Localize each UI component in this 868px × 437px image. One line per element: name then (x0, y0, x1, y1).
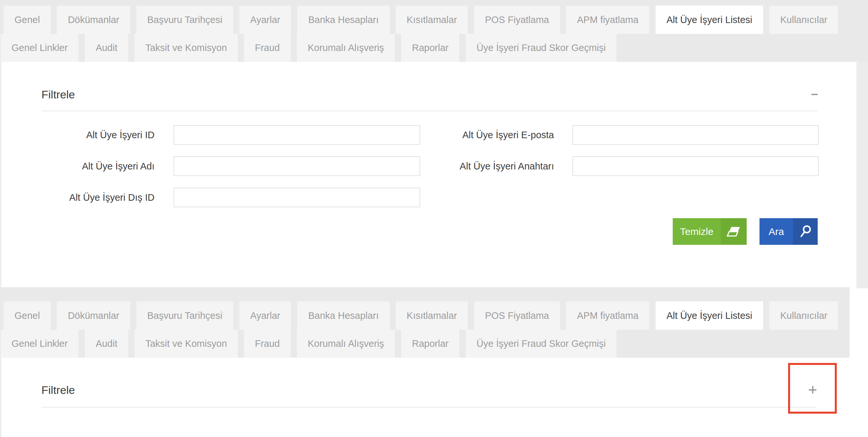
field-label: Alt Üye İşyeri Adı (41, 161, 155, 172)
tab-korumal-al-veri[interactable]: Korumalı Alışveriş (297, 330, 395, 358)
tab-genel[interactable]: Genel (4, 301, 51, 330)
divider (41, 110, 818, 112)
filter-fields-right: Alt Üye İşyeri E-postaAlt Üye İşyeri Ana… (441, 125, 819, 187)
tab-korumal-al-veri[interactable]: Korumalı Alışveriş (297, 34, 395, 62)
clear-button-label: Temizle (673, 218, 721, 245)
tab-ayarlar[interactable]: Ayarlar (239, 301, 291, 330)
tab-d-k-manlar[interactable]: Dökümanlar (57, 301, 130, 330)
tab-kullan-c-lar[interactable]: Kullanıcılar (769, 6, 838, 34)
tab-genel-linkler[interactable]: Genel Linkler (1, 330, 79, 358)
minus-icon (811, 94, 818, 95)
form-row: Alt Üye İşyeri ID (41, 125, 420, 145)
tab-k-s-tlamalar[interactable]: Kısıtlamalar (396, 6, 468, 34)
tab-genel-linkler[interactable]: Genel Linkler (1, 34, 79, 62)
tab-row-2: Genel LinklerAuditTaksit ve KomisyonFrau… (0, 34, 868, 62)
tab-banka-hesaplar[interactable]: Banka Hesapları (297, 301, 389, 330)
tab-genel[interactable]: Genel (4, 6, 51, 34)
sub-merchant-id-input[interactable] (174, 125, 420, 145)
clear-button[interactable]: Temizle (673, 218, 747, 245)
field-label: Alt Üye İşyeri ID (41, 130, 155, 141)
tab-k-s-tlamalar[interactable]: Kısıtlamalar (396, 301, 468, 330)
annotation-highlight-box (788, 363, 837, 414)
tab-alt-ye-i-yeri-listesi[interactable]: Alt Üye İşyeri Listesi (656, 6, 763, 34)
tab-ye-i-yeri-fraud-skor-ge-mi-i[interactable]: Üye İşyeri Fraud Skor Geçmişi (466, 34, 617, 62)
right-gutter (857, 62, 868, 288)
tab-raporlar[interactable]: Raporlar (401, 34, 459, 62)
tab-pos-fiyatlama[interactable]: POS Fiyatlama (474, 301, 560, 330)
sub-merchant-name-input[interactable] (174, 156, 420, 176)
divider (41, 407, 816, 408)
form-row: Alt Üye İşyeri Dış ID (41, 187, 420, 207)
sub-merchant-external-id-input[interactable] (174, 187, 420, 207)
sub-merchant-key-input[interactable] (572, 156, 819, 176)
tab-ye-i-yeri-fraud-skor-ge-mi-i[interactable]: Üye İşyeri Fraud Skor Geçmişi (466, 330, 617, 358)
tab-banka-hesaplar[interactable]: Banka Hesapları (297, 6, 389, 34)
collapse-button[interactable] (807, 87, 822, 102)
search-button-label: Ara (760, 218, 793, 245)
left-edge-line (0, 0, 1, 437)
field-label: Alt Üye İşyeri Anahtarı (441, 161, 554, 172)
tab-d-k-manlar[interactable]: Dökümanlar (57, 6, 130, 34)
tab-audit[interactable]: Audit (85, 34, 128, 62)
tab-row-2: Genel LinklerAuditTaksit ve KomisyonFrau… (0, 330, 849, 358)
tab-taksit-ve-komisyon[interactable]: Taksit ve Komisyon (134, 330, 238, 358)
tab-taksit-ve-komisyon[interactable]: Taksit ve Komisyon (134, 34, 238, 62)
tab-ayarlar[interactable]: Ayarlar (239, 6, 291, 34)
panel-title: Filtrele (41, 88, 75, 101)
field-label: Alt Üye İşyeri Dış ID (41, 192, 155, 203)
tab-apm-fiyatlama[interactable]: APM fiyatlama (566, 6, 649, 34)
field-label: Alt Üye İşyeri E-posta (441, 130, 554, 141)
form-row: Alt Üye İşyeri E-posta (441, 125, 819, 145)
search-button[interactable]: Ara (760, 218, 818, 245)
tab-fraud[interactable]: Fraud (244, 34, 291, 62)
tab-block-bottom: GenelDökümanlarBaşvuru TarihçesiAyarlarB… (0, 287, 849, 358)
tab-row-1: GenelDökümanlarBaşvuru TarihçesiAyarlarB… (0, 6, 868, 34)
tab-apm-fiyatlama[interactable]: APM fiyatlama (566, 301, 649, 330)
tab-ba-vuru-tarih-esi[interactable]: Başvuru Tarihçesi (136, 6, 233, 34)
tab-block-top: GenelDökümanlarBaşvuru TarihçesiAyarlarB… (0, 0, 868, 62)
page: GenelDökümanlarBaşvuru TarihçesiAyarlarB… (0, 0, 868, 437)
sub-merchant-email-input[interactable] (572, 125, 819, 145)
eraser-icon (721, 218, 747, 245)
tab-kullan-c-lar[interactable]: Kullanıcılar (769, 301, 838, 330)
tab-audit[interactable]: Audit (85, 330, 128, 358)
tab-raporlar[interactable]: Raporlar (401, 330, 459, 358)
form-row: Alt Üye İşyeri Adı (41, 156, 420, 176)
magnifier-icon (793, 218, 818, 245)
tab-row-1: GenelDökümanlarBaşvuru TarihçesiAyarlarB… (0, 301, 849, 330)
filter-fields-left: Alt Üye İşyeri IDAlt Üye İşyeri AdıAlt Ü… (41, 125, 420, 219)
form-row: Alt Üye İşyeri Anahtarı (441, 156, 819, 176)
tab-alt-ye-i-yeri-listesi[interactable]: Alt Üye İşyeri Listesi (656, 301, 763, 330)
panel-title: Filtrele (41, 384, 75, 397)
tab-pos-fiyatlama[interactable]: POS Fiyatlama (474, 6, 560, 34)
tab-ba-vuru-tarih-esi[interactable]: Başvuru Tarihçesi (136, 301, 233, 330)
tab-fraud[interactable]: Fraud (244, 330, 291, 358)
